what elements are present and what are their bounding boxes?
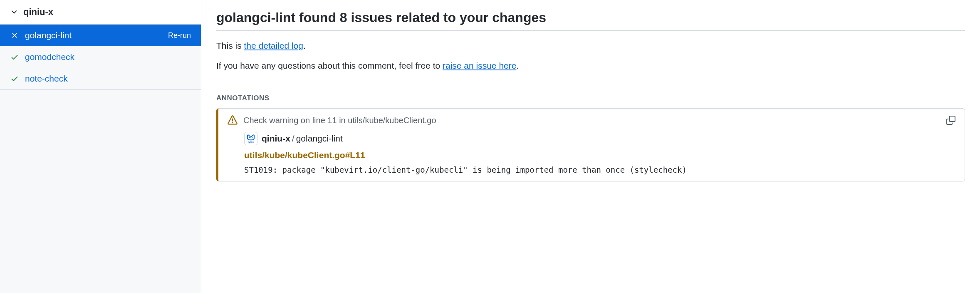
annotation-file-link[interactable]: utils/kube/kubeClient.go#L11 — [244, 150, 955, 160]
workflow-name: qiniu-x — [23, 7, 53, 17]
copy-icon[interactable] — [946, 116, 955, 125]
page-title: golangci-lint found 8 issues related to … — [216, 10, 965, 31]
svg-point-1 — [252, 137, 252, 138]
detailed-log-link[interactable]: the detailed log — [244, 41, 303, 50]
sidebar: qiniu-x golangci-lint Re-run gomodcheck … — [0, 0, 201, 293]
text: . — [516, 61, 519, 70]
annotation-body: QINIU qiniu-x / golangci-lint utils/kube… — [228, 132, 955, 174]
main-content: golangci-lint found 8 issues related to … — [201, 0, 980, 293]
x-icon — [10, 31, 19, 40]
job-item-note-check[interactable]: note-check — [0, 68, 201, 89]
description-line-1: This is the detailed log. — [216, 41, 965, 51]
text: . — [303, 41, 306, 50]
description-line-2: If you have any questions about this com… — [216, 61, 965, 71]
check-name: golangci-lint — [296, 134, 343, 144]
text: If you have any questions about this com… — [216, 61, 443, 70]
job-item-golangci-lint[interactable]: golangci-lint Re-run — [0, 25, 201, 46]
separator: / — [292, 134, 294, 144]
job-item-gomodcheck[interactable]: gomodcheck — [0, 46, 201, 68]
warning-icon — [228, 115, 238, 125]
annotation-header-text: Check warning on line 11 in utils/kube/k… — [243, 116, 941, 125]
workflow-toggle[interactable]: qiniu-x — [0, 0, 201, 24]
avatar: QINIU — [244, 132, 257, 145]
annotation-header: Check warning on line 11 in utils/kube/k… — [228, 115, 955, 125]
raise-issue-link[interactable]: raise an issue here — [443, 61, 516, 70]
text: This is — [216, 41, 244, 50]
annotation-card: Check warning on line 11 in utils/kube/k… — [216, 108, 965, 181]
job-list: golangci-lint Re-run gomodcheck note-che… — [0, 24, 201, 90]
job-label: golangci-lint — [25, 30, 168, 40]
svg-text:QINIU: QINIU — [248, 142, 254, 144]
annotation-source: QINIU qiniu-x / golangci-lint — [244, 132, 955, 145]
annotation-message: ST1019: package "kubevirt.io/client-go/k… — [244, 165, 955, 174]
svg-point-0 — [249, 137, 250, 138]
check-icon — [10, 74, 19, 83]
check-icon — [10, 52, 19, 62]
chevron-down-icon — [10, 8, 18, 16]
annotations-header: ANNOTATIONS — [216, 94, 965, 102]
job-label: gomodcheck — [25, 52, 191, 62]
rerun-button[interactable]: Re-run — [168, 31, 191, 40]
org-name: qiniu-x — [262, 134, 290, 144]
job-label: note-check — [25, 74, 191, 84]
